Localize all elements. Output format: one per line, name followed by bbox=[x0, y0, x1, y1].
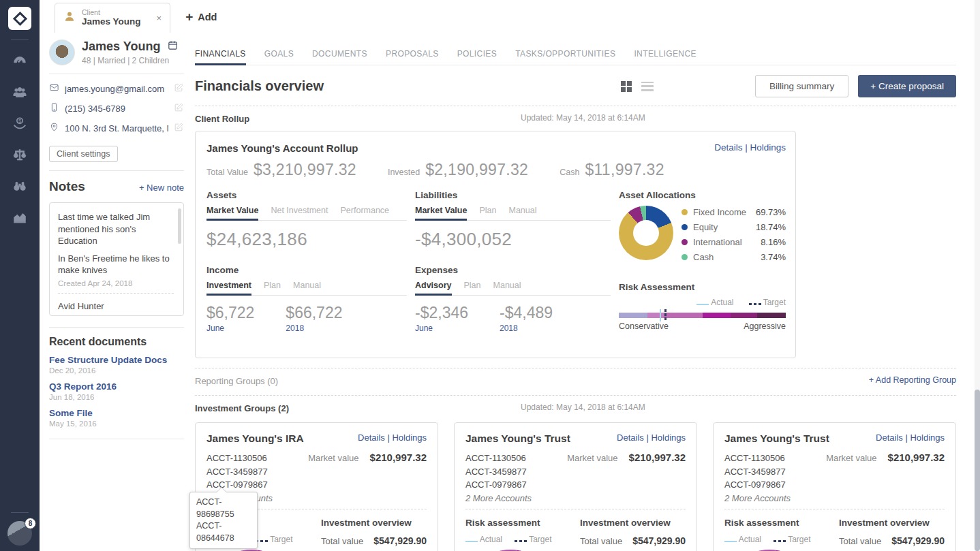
risk-target-marker bbox=[664, 309, 667, 321]
prospecting-nav-button[interactable] bbox=[6, 174, 33, 198]
app-rail: $ 8 bbox=[0, 0, 40, 551]
note-text: In Ben's Freetime he likes to make knive… bbox=[58, 253, 174, 277]
page-scrollbar[interactable] bbox=[975, 0, 980, 551]
dashboard-nav-button[interactable] bbox=[6, 48, 33, 73]
rollup-details-holdings-link[interactable]: Details | Holdings bbox=[714, 142, 786, 154]
calendar-icon[interactable] bbox=[167, 40, 179, 54]
market-value: $210,997.32 bbox=[888, 452, 945, 463]
billing-summary-button[interactable]: Billing summary bbox=[755, 75, 848, 97]
account-number: ACCT-3459877 bbox=[724, 465, 791, 479]
actual-line-icon bbox=[696, 304, 709, 305]
clients-nav-button[interactable] bbox=[6, 80, 33, 104]
client-tab[interactable]: Client James Young × bbox=[55, 3, 170, 33]
grid-view-icon[interactable] bbox=[621, 81, 632, 92]
liabilities-tab-plan[interactable]: Plan bbox=[479, 206, 496, 220]
document-link[interactable]: Some File bbox=[49, 408, 93, 418]
investment-overview-title: Investment overview bbox=[839, 518, 945, 528]
edit-icon[interactable] bbox=[174, 82, 184, 95]
assets-tab-market-value[interactable]: Market Value bbox=[206, 206, 258, 220]
expenses-tab-advisory[interactable]: Advisory bbox=[415, 281, 452, 295]
close-icon[interactable]: × bbox=[157, 13, 162, 23]
expenses-tab-plan[interactable]: Plan bbox=[464, 281, 481, 295]
edit-icon[interactable] bbox=[174, 102, 184, 114]
note-created: Created Apr 24, 2018 bbox=[58, 279, 174, 287]
document-date: May 15, 2016 bbox=[49, 420, 184, 428]
note-item: Last time we talked Jim mentioned his so… bbox=[58, 211, 174, 287]
tab-goals[interactable]: GOALS bbox=[264, 49, 294, 65]
client-settings-button[interactable]: Client settings bbox=[49, 146, 118, 162]
details-holdings-link[interactable]: Details | Holdings bbox=[358, 432, 427, 445]
list-view-icon[interactable] bbox=[641, 82, 654, 91]
account-number: ACCT-1130506 bbox=[724, 452, 791, 465]
income-tab-manual[interactable]: Manual bbox=[293, 281, 321, 295]
details-holdings-link[interactable]: Details | Holdings bbox=[876, 432, 945, 445]
brand-logo[interactable] bbox=[8, 7, 31, 30]
document-item: Fee Structure Update Docs Dec 20, 2016 bbox=[49, 355, 184, 375]
liabilities-tab-manual[interactable]: Manual bbox=[508, 206, 536, 220]
edit-icon[interactable] bbox=[174, 122, 184, 134]
client-email[interactable]: james.young@gmail.com bbox=[65, 84, 168, 94]
client-address[interactable]: 100 N. 3rd St. Marquette, MI bbox=[65, 123, 168, 133]
document-link[interactable]: Fee Structure Update Docs bbox=[49, 355, 167, 365]
actual-legend-label: Actual bbox=[711, 298, 733, 307]
total-value: $3,210,997.32 bbox=[254, 161, 356, 179]
user-avatar[interactable]: 8 bbox=[7, 521, 32, 546]
target-dash-icon bbox=[774, 540, 786, 542]
section-nav: FINANCIALS GOALS DOCUMENTS PROPOSALS POL… bbox=[195, 49, 956, 65]
client-meta: 48 | Married | 2 Children bbox=[82, 56, 179, 65]
assets-tab-performance[interactable]: Performance bbox=[341, 206, 390, 220]
liabilities-tab-market-value[interactable]: Market Value bbox=[415, 206, 467, 220]
account-number: ACCT-08644678 bbox=[196, 520, 251, 544]
legend-dot bbox=[682, 254, 688, 260]
notes-scrollbar[interactable] bbox=[178, 208, 181, 244]
tab-intelligence[interactable]: INTELLIGENCE bbox=[634, 49, 696, 65]
account-rollup-card: James Young's Account Rollup Details | H… bbox=[195, 131, 796, 358]
tab-policies[interactable]: POLICIES bbox=[457, 49, 497, 65]
divider bbox=[58, 293, 174, 294]
income-tab-plan[interactable]: Plan bbox=[264, 281, 281, 295]
person-icon bbox=[63, 10, 76, 25]
more-accounts-link[interactable]: 2 More Accounts bbox=[724, 492, 791, 505]
tab-tasks-opportunities[interactable]: TASKS/OPPORTUNITIES bbox=[515, 49, 615, 65]
more-accounts-link[interactable]: 2 More Accounts bbox=[465, 492, 532, 505]
add-client-button[interactable]: + Add bbox=[185, 10, 217, 25]
legend-row: Cash 3.74% bbox=[682, 252, 786, 262]
assets-tab-net-investment[interactable]: Net Investment bbox=[271, 206, 328, 220]
tab-financials[interactable]: FINANCIALS bbox=[195, 49, 246, 65]
row-label: Total value bbox=[839, 536, 881, 546]
more-accounts-tooltip: ACCT-98698755 ACCT-08644678 bbox=[189, 492, 258, 549]
legend-row: Equity 18.74% bbox=[682, 222, 786, 232]
row-label: Total value bbox=[321, 536, 363, 546]
investment-card-ira: James Young's IRA Details | Holdings ACC… bbox=[195, 422, 438, 551]
wealth-nav-button[interactable]: $ bbox=[6, 111, 33, 136]
create-proposal-button[interactable]: + Create proposal bbox=[858, 75, 956, 97]
legend-dot bbox=[682, 209, 688, 215]
assets-title: Assets bbox=[206, 190, 407, 200]
reports-nav-button[interactable] bbox=[6, 205, 33, 230]
tab-proposals[interactable]: PROPOSALS bbox=[386, 49, 439, 65]
app-window: $ 8 Client bbox=[0, 0, 980, 551]
notes-list[interactable]: Last time we talked Jim mentioned his so… bbox=[49, 202, 184, 316]
people-icon bbox=[12, 84, 27, 99]
risk-assessment-title: Risk assessment bbox=[465, 518, 568, 528]
income-tab-investment[interactable]: Investment bbox=[206, 281, 251, 295]
account-number: ACCT-98698755 bbox=[196, 497, 251, 520]
plus-icon: + bbox=[185, 10, 193, 25]
notification-badge: 8 bbox=[25, 518, 36, 529]
document-link[interactable]: Q3 Report 2016 bbox=[49, 381, 117, 392]
scrollbar-thumb[interactable] bbox=[975, 390, 980, 551]
add-reporting-group-link[interactable]: + Add Reporting Group bbox=[869, 375, 956, 385]
row-value: $547,929.90 bbox=[632, 535, 686, 546]
balance-nav-button[interactable] bbox=[6, 142, 33, 167]
investment-groups-label: Investment Groups (2) bbox=[195, 403, 289, 413]
new-note-link[interactable]: + New note bbox=[139, 183, 184, 193]
assets-value: $24,623,186 bbox=[206, 229, 407, 250]
expenses-tab-manual[interactable]: Manual bbox=[493, 281, 521, 295]
invested-value: $2,190,997.32 bbox=[425, 161, 528, 179]
legend-percent: 18.74% bbox=[756, 222, 786, 232]
details-holdings-link[interactable]: Details | Holdings bbox=[617, 432, 686, 445]
target-legend-label: Target bbox=[529, 535, 551, 544]
expenses-block: Expenses Advisory Plan Manual -$2,346Jun… bbox=[415, 265, 611, 333]
client-phone[interactable]: (215) 345-6789 bbox=[65, 104, 168, 114]
tab-documents[interactable]: DOCUMENTS bbox=[312, 49, 367, 65]
